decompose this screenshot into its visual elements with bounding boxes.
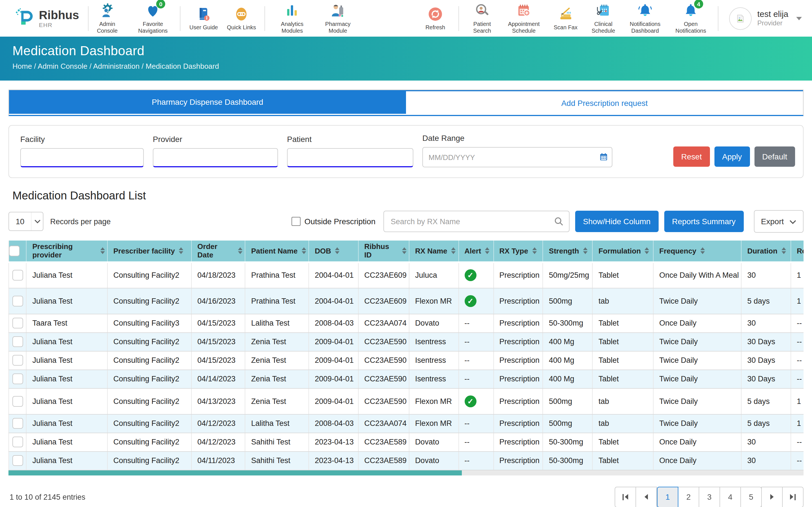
scrollbar-thumb[interactable] [8,470,462,475]
row-checkbox[interactable] [12,336,23,347]
sort-icon[interactable] [645,247,649,255]
row-checkbox[interactable] [12,318,23,328]
column-header-refills[interactable]: Refills [791,240,804,262]
nav-quick-links[interactable]: Quick Links [227,6,256,31]
sort-icon[interactable] [485,247,490,255]
tab-add-prescription-request[interactable]: Add Prescription request [406,90,803,115]
table-row[interactable]: Juliana TestConsulting Facility204/18/20… [9,262,804,288]
column-header-formulation[interactable]: Formulation [593,240,654,262]
facility-input[interactable] [20,148,144,167]
row-checkbox[interactable] [12,270,23,281]
column-header-rx_type[interactable]: RX Type [493,240,543,262]
sort-icon[interactable] [781,247,786,255]
pagination-page-5[interactable]: 5 [741,487,762,507]
column-header-rx_name[interactable]: RX Name [409,240,458,262]
horizontal-scrollbar[interactable] [8,470,804,475]
rx-search-input[interactable] [384,211,569,232]
reports-summary-button[interactable]: Reports Summary [664,211,744,232]
calendar-icon[interactable] [599,153,608,163]
sort-icon[interactable] [700,247,705,255]
table-row[interactable]: Taara TestConsulting Facility304/15/2023… [9,314,804,332]
sort-icon[interactable] [402,247,407,255]
pagination-page-2[interactable]: 2 [678,487,699,507]
table-row[interactable]: Juliana TestConsulting Facility204/15/20… [9,351,804,370]
select-all-checkbox-header[interactable] [9,240,27,262]
table-row[interactable]: Juliana TestConsulting Facility204/15/20… [9,332,804,351]
app-logo[interactable]: Ribhus EHR [15,7,79,30]
show-hide-column-button[interactable]: Show/Hide Column [575,211,659,232]
nav-admin-console[interactable]: Admin Console [89,2,126,35]
row-checkbox[interactable] [12,374,23,384]
pagination-next-button[interactable] [761,487,783,507]
apply-button[interactable]: Apply [714,147,750,167]
reset-button[interactable]: Reset [673,147,710,167]
sort-icon[interactable] [583,247,588,255]
filter-buttons: Reset Apply Default [673,147,795,167]
records-per-page-select[interactable]: 10 [8,212,43,231]
column-header-provider[interactable]: Prescribing provider [27,240,107,262]
pagination-prev-button[interactable] [636,487,657,507]
table-row[interactable]: Juliana TestConsulting Facility204/16/20… [9,288,804,314]
nav-patient-search[interactable]: Patient Search [467,2,497,35]
column-header-patient[interactable]: Patient Name [245,240,309,262]
pagination-last-button[interactable] [782,487,804,507]
row-checkbox[interactable] [12,295,23,306]
row-checkbox[interactable] [12,455,23,466]
nav-open-notifications[interactable]: 4 Open Notifications [672,2,709,35]
sort-icon[interactable] [179,247,183,255]
provider-input[interactable] [153,148,278,167]
cell-order_date: 04/18/2023 [192,262,245,288]
cell-order_date: 04/12/2023 [192,414,245,433]
outside-prescription-checkbox[interactable] [292,217,301,226]
user-menu[interactable]: test elija Provider [729,7,802,30]
sort-icon[interactable] [100,247,105,255]
sort-icon[interactable] [301,247,306,255]
breadcrumb[interactable]: Home / Admin Console / Administration / … [12,62,800,70]
pagination-page-3[interactable]: 3 [699,487,720,507]
row-checkbox[interactable] [12,418,23,429]
nav-notifications-dashboard[interactable]: Notifications Dashboard [626,2,664,35]
select-all-checkbox[interactable] [9,245,20,256]
pagination-first-button[interactable] [615,487,636,507]
table-row[interactable]: Juliana TestConsulting Facility204/12/20… [9,433,804,451]
row-checkbox[interactable] [12,437,23,447]
column-header-ribhus_id[interactable]: Ribhus ID [358,240,409,262]
nav-appointment-schedule[interactable]: Appointment Schedule [505,2,543,35]
outside-prescription-toggle[interactable]: Outside Prescription [292,217,375,226]
cell-patient: Zenia Test [245,388,309,414]
column-header-dob[interactable]: DOB [309,240,358,262]
column-header-strength[interactable]: Strength [543,240,593,262]
date-range-input[interactable] [422,147,612,167]
column-header-alert[interactable]: Alert [458,240,493,262]
sort-icon[interactable] [238,247,243,255]
nav-user-guide[interactable]: User Guide [189,6,218,31]
pagination-page-4[interactable]: 4 [719,487,741,507]
table-row[interactable]: Juliana TestConsulting Facility204/14/20… [9,370,804,388]
column-header-duration[interactable]: Duration [741,240,791,262]
column-header-facility[interactable]: Prescriber facility [107,240,192,262]
user-role: Provider [757,19,788,27]
patient-input[interactable] [287,148,413,167]
pagination-page-1[interactable]: 1 [657,487,678,507]
sort-icon[interactable] [451,247,456,255]
cell-frequency: Twice Daily [653,351,741,370]
column-header-frequency[interactable]: Frequency [653,240,741,262]
nav-refresh[interactable]: Refresh [421,6,450,31]
nav-favorite-navigations[interactable]: 0 Favorite Navigations [134,2,171,35]
nav-scan-fax[interactable]: Scan Fax [551,6,580,31]
nav-analytics-modules[interactable]: Analytics Modules [273,2,311,35]
column-header-order_date[interactable]: Order Date [192,240,245,262]
table-row[interactable]: Juliana TestConsulting Facility204/13/20… [9,388,804,414]
nav-clinical-schedule[interactable]: Clinical Schedule [589,2,618,35]
table-row[interactable]: Juliana TestConsulting Facility204/12/20… [9,414,804,433]
table-row[interactable]: Juliana TestConsulting Facility204/11/20… [9,451,804,470]
tab-pharmacy-dispense-dashboard[interactable]: Pharmacy Dispense Dashboard [9,90,406,114]
nav-pharmacy-module[interactable]: Pharmacy Module [319,2,356,35]
export-dropdown[interactable]: Export [754,210,804,233]
sort-icon[interactable] [532,247,537,255]
sort-icon[interactable] [335,247,340,255]
cell-ribhus_id: CC23AE590 [358,388,409,414]
default-button[interactable]: Default [754,147,795,167]
row-checkbox[interactable] [12,396,23,406]
row-checkbox[interactable] [12,355,23,365]
